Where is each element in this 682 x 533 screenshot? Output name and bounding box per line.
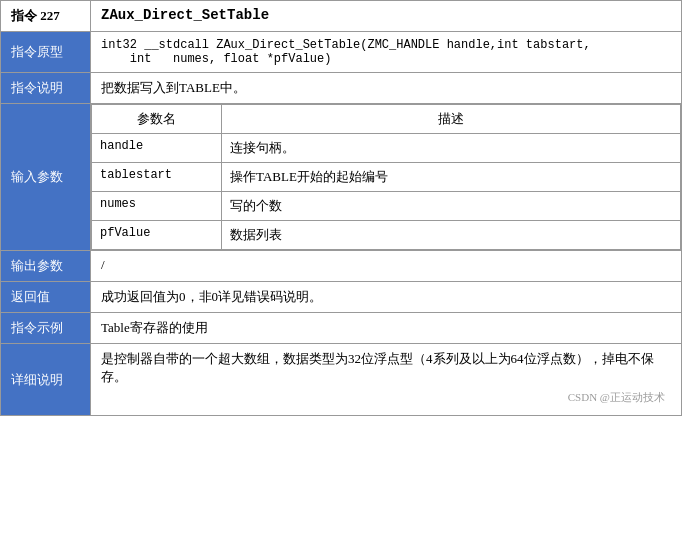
param-row-numes: numes 写的个数: [92, 192, 681, 221]
param-name-pfvalue: pfValue: [92, 221, 222, 250]
prototype-label: 指令原型: [1, 32, 91, 73]
watermark: CSDN @正运动技术: [101, 386, 671, 409]
params-header-row: 参数名 描述: [92, 105, 681, 134]
output-params-label: 输出参数: [1, 251, 91, 282]
prototype-row: 指令原型 int32 __stdcall ZAux_Direct_SetTabl…: [1, 32, 682, 73]
main-table: 指令 227 ZAux_Direct_SetTable 指令原型 int32 _…: [0, 0, 682, 416]
description-content: 把数据写入到TABLE中。: [91, 73, 682, 104]
param-name-handle: handle: [92, 134, 222, 163]
example-row: 指令示例 Table寄存器的使用: [1, 313, 682, 344]
param-row-handle: handle 连接句柄。: [92, 134, 681, 163]
param-desc-handle: 连接句柄。: [222, 134, 681, 163]
instruction-number-label: 指令 227: [1, 1, 91, 32]
params-col-name: 参数名: [92, 105, 222, 134]
param-desc-tablestart: 操作TABLE开始的起始编号: [222, 163, 681, 192]
header-row: 指令 227 ZAux_Direct_SetTable: [1, 1, 682, 32]
param-name-numes: numes: [92, 192, 222, 221]
param-desc-numes: 写的个数: [222, 192, 681, 221]
output-params-row: 输出参数 /: [1, 251, 682, 282]
detail-content: 是控制器自带的一个超大数组，数据类型为32位浮点型（4系列及以上为64位浮点数）…: [91, 344, 682, 416]
prototype-content: int32 __stdcall ZAux_Direct_SetTable(ZMC…: [91, 32, 682, 73]
input-params-content: 参数名 描述 handle 连接句柄。 tablestart 操作TABLE开始…: [91, 104, 682, 251]
instruction-title: ZAux_Direct_SetTable: [91, 1, 682, 32]
input-params-row: 输入参数 参数名 描述 handle 连接句柄。 tablestart 操作TA…: [1, 104, 682, 251]
output-params-content: /: [91, 251, 682, 282]
input-params-label: 输入参数: [1, 104, 91, 251]
return-value-content: 成功返回值为0，非0详见错误码说明。: [91, 282, 682, 313]
description-label: 指令说明: [1, 73, 91, 104]
param-name-tablestart: tablestart: [92, 163, 222, 192]
return-value-label: 返回值: [1, 282, 91, 313]
return-value-row: 返回值 成功返回值为0，非0详见错误码说明。: [1, 282, 682, 313]
example-content: Table寄存器的使用: [91, 313, 682, 344]
detail-label: 详细说明: [1, 344, 91, 416]
param-row-tablestart: tablestart 操作TABLE开始的起始编号: [92, 163, 681, 192]
example-label: 指令示例: [1, 313, 91, 344]
params-col-desc: 描述: [222, 105, 681, 134]
param-row-pfvalue: pfValue 数据列表: [92, 221, 681, 250]
detail-row: 详细说明 是控制器自带的一个超大数组，数据类型为32位浮点型（4系列及以上为64…: [1, 344, 682, 416]
description-row: 指令说明 把数据写入到TABLE中。: [1, 73, 682, 104]
param-desc-pfvalue: 数据列表: [222, 221, 681, 250]
params-inner-table: 参数名 描述 handle 连接句柄。 tablestart 操作TABLE开始…: [91, 104, 681, 250]
